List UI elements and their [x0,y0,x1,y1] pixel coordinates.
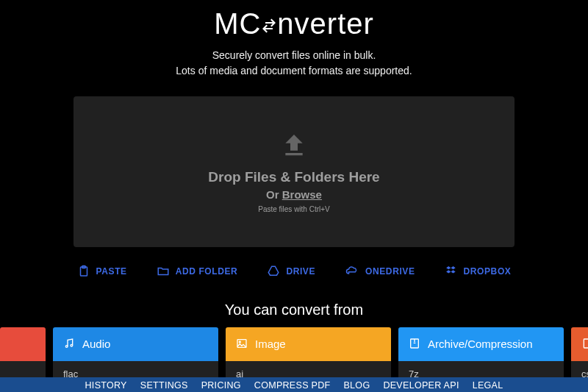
drive-button[interactable]: DRIVE [261,257,321,285]
convert-from-title: You can convert from [0,302,588,318]
source-row: PASTE ADD FOLDER DRIVE ONEDRIVE DROPBOX [0,257,588,285]
drop-title: Drop Files & Folders Here [208,169,379,185]
logo: MC nverter [214,7,374,40]
svg-rect-7 [584,339,588,348]
category-label: Audio [82,338,110,350]
svg-point-2 [65,346,68,348]
category-label: Archive/Compression [428,338,533,350]
onedrive-button[interactable]: ONEDRIVE [339,257,420,285]
archive-icon [409,338,420,349]
swap-icon [260,17,278,35]
logo-suffix: nverter [277,7,374,40]
dropbox-icon [445,265,458,278]
footer-settings[interactable]: SETTINGS [140,380,188,391]
footer-compress[interactable]: COMPRESS PDF [254,380,331,391]
footer-history[interactable]: HISTORY [85,380,127,391]
drop-hint: Paste files with Ctrl+V [258,205,330,213]
footer-api[interactable]: DEVELOPER API [383,380,459,391]
folder-icon [157,265,170,278]
music-icon [63,338,75,349]
drop-subtitle: Or Browse [266,188,322,201]
footer-pricing[interactable]: PRICING [201,380,241,391]
drive-icon [267,265,280,278]
svg-point-5 [239,341,240,343]
document-icon [581,338,588,349]
tagline-line2: Lots of media and document formats are s… [0,63,588,79]
category-label: Image [255,338,286,350]
footer-nav: HISTORY SETTINGS PRICING COMPRESS PDF BL… [0,377,588,392]
upload-icon [279,131,309,160]
onedrive-icon [345,265,359,278]
dropzone[interactable]: Drop Files & Folders Here Or Browse Past… [74,96,514,247]
paste-button[interactable]: PASTE [71,257,133,285]
browse-link[interactable]: Browse [282,188,322,201]
logo-prefix: MC [214,7,261,40]
svg-point-3 [71,344,73,346]
footer-blog[interactable]: BLOG [343,380,370,391]
tagline: Securely convert files online in bulk. L… [0,48,588,79]
dropbox-button[interactable]: DROPBOX [439,257,517,285]
tagline-line1: Securely convert files online in bulk. [0,48,588,63]
paste-icon [77,265,90,278]
add-folder-button[interactable]: ADD FOLDER [151,257,244,285]
footer-legal[interactable]: LEGAL [473,380,503,391]
image-icon [236,338,248,349]
